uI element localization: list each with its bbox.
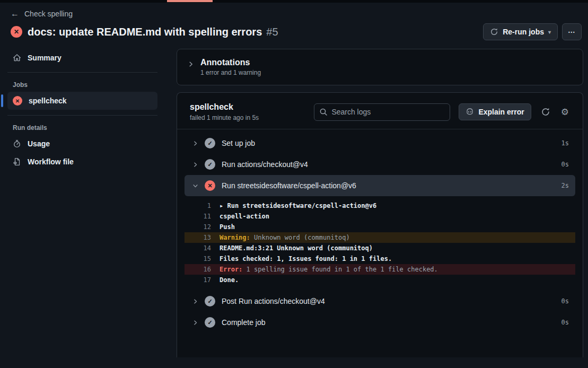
rerun-jobs-button[interactable]: Re-run jobs ▾ — [483, 23, 558, 40]
log-line-text: Push — [220, 223, 235, 231]
job-title: spellcheck — [190, 102, 259, 112]
log-line-text: Warning: Unknown word (communitoq) — [220, 234, 350, 241]
step-label: Post Run actions/checkout@v4 — [222, 297, 325, 305]
log-group-triangle-icon[interactable]: ▸ — [220, 202, 227, 209]
sidebar-item-workflow-file[interactable]: Workflow file — [7, 153, 157, 171]
step-row[interactable]: ✕ Run streetsidesoftware/cspell-action@v… — [185, 175, 575, 196]
step-duration: 0s — [561, 161, 569, 168]
step-status-icon: ✓ — [205, 317, 215, 328]
top-edge — [0, 0, 588, 3]
search-logs-input[interactable] — [314, 103, 450, 121]
sidebar-summary-label: Summary — [28, 54, 62, 62]
sidebar-item-summary[interactable]: Summary — [7, 49, 157, 67]
sidebar-divider — [7, 115, 157, 116]
log-line: 1 ▸ Run streetsidesoftware/cspell-action… — [185, 200, 575, 211]
log-line-text: ▸ Run streetsidesoftware/cspell-action@v… — [220, 202, 376, 209]
back-arrow-icon[interactable]: ← — [11, 10, 19, 18]
steps-list: ✓ Set up job 1s ✓ Run actions/checkout@v… — [177, 129, 583, 349]
log-line: 13 Warning: Unknown word (communitoq) — [185, 232, 575, 243]
home-icon — [13, 54, 21, 62]
sidebar-usage-label: Usage — [28, 139, 50, 148]
stopwatch-icon — [13, 139, 21, 148]
log-line-text: README.md:3:21 Unknown word (communitoq) — [220, 244, 373, 252]
log-line-number[interactable]: 13 — [185, 234, 211, 241]
job-failed-icon: ✕ — [13, 96, 22, 106]
sidebar-job-spellcheck[interactable]: ✕ spellcheck — [7, 92, 157, 110]
caret-down-icon: ▾ — [548, 29, 551, 35]
log-line: 16 Error: 1 spelling issue found in 1 of… — [185, 264, 575, 275]
copilot-icon — [466, 108, 474, 116]
log-line-number[interactable]: 15 — [185, 255, 211, 262]
step-status-icon: ✓ — [205, 159, 215, 170]
step-chevron-icon — [192, 299, 198, 304]
annotations-title: Annotations — [200, 58, 261, 67]
file-code-icon — [13, 157, 21, 166]
step-chevron-icon — [192, 162, 198, 168]
run-number: #5 — [266, 26, 278, 38]
breadcrumb: ← Check spelling — [11, 10, 582, 18]
step-row[interactable]: ✓ Run actions/checkout@v4 0s — [185, 154, 575, 175]
chevron-right-icon — [188, 61, 194, 67]
step-label: Complete job — [222, 318, 266, 327]
log-line-number[interactable]: 12 — [185, 223, 211, 231]
rerun-jobs-label: Re-run jobs — [503, 28, 544, 36]
step-chevron-icon — [192, 183, 198, 189]
log-line-text: cspell-action — [220, 213, 269, 220]
log-line: 14 README.md:3:21 Unknown word (communit… — [185, 243, 575, 253]
explain-error-button[interactable]: Explain error — [459, 103, 531, 120]
log-line-text: Done. — [220, 276, 239, 284]
step-row[interactable]: ✓ Post Run actions/checkout@v4 0s — [185, 291, 575, 312]
kebab-icon: ⋯ — [568, 28, 576, 36]
selected-indicator-bar — [1, 94, 3, 107]
sidebar: Summary Jobs ✕ spellcheck Run details Us… — [0, 46, 167, 171]
job-log-panel: spellcheck failed 1 minute ago in 5s — [177, 92, 583, 357]
step-status-icon: ✕ — [205, 180, 215, 191]
log-warning-label: Warning: — [220, 234, 250, 241]
main-content: Annotations 1 error and 1 warning spellc… — [167, 46, 588, 357]
step-chevron-icon — [192, 320, 198, 326]
log-line-text: Error: 1 spelling issue found in 1 of th… — [220, 266, 438, 273]
gear-icon: ⚙ — [561, 108, 569, 117]
sidebar-jobs-heading: Jobs — [7, 78, 157, 92]
log-line: 11 cspell-action — [185, 211, 575, 222]
sidebar-workflow-file-label: Workflow file — [28, 157, 74, 166]
log-line-number[interactable]: 14 — [185, 244, 211, 252]
step-label: Run streetsidesoftware/cspell-action@v6 — [222, 181, 356, 190]
log-error-label: Error: — [220, 266, 242, 273]
more-options-button[interactable]: ⋯ — [562, 23, 582, 40]
step-row[interactable]: ✓ Complete job 0s — [185, 312, 575, 333]
sidebar-divider — [7, 72, 157, 73]
log-line-number[interactable]: 17 — [185, 276, 211, 284]
log-line: 17 Done. — [185, 275, 575, 285]
sync-icon — [490, 28, 498, 36]
log-block: 1 ▸ Run streetsidesoftware/cspell-action… — [185, 200, 575, 285]
log-line-number[interactable]: 11 — [185, 213, 211, 220]
explain-error-label: Explain error — [478, 108, 524, 116]
search-icon — [319, 108, 328, 116]
log-line: 15 Files checked: 1, Issues found: 1 in … — [185, 253, 575, 264]
run-header: ← Check spelling ✕ docs: update README.m… — [0, 0, 588, 46]
refresh-logs-button[interactable] — [541, 107, 550, 117]
x-glyph: ✕ — [15, 98, 20, 104]
sidebar-item-usage[interactable]: Usage — [7, 135, 157, 153]
step-duration: 2s — [561, 182, 569, 189]
job-subtitle: failed 1 minute ago in 5s — [190, 114, 259, 121]
x-glyph: ✕ — [14, 28, 19, 36]
annotations-subtitle: 1 error and 1 warning — [200, 69, 261, 76]
log-line-number[interactable]: 1 — [185, 202, 211, 209]
step-row[interactable]: ✓ Set up job 1s — [185, 133, 575, 154]
search-logs-box — [314, 103, 450, 121]
step-duration: 1s — [561, 139, 569, 147]
step-label: Run actions/checkout@v4 — [222, 160, 308, 169]
log-line: 12 Push — [185, 222, 575, 232]
run-failed-icon: ✕ — [11, 26, 22, 38]
step-duration: 0s — [561, 297, 569, 305]
sidebar-run-details-heading: Run details — [7, 121, 157, 135]
page-title: docs: update README.md with spelling err… — [28, 26, 262, 38]
step-status-icon: ✓ — [205, 296, 215, 306]
log-line-number[interactable]: 16 — [185, 266, 211, 273]
job-header: spellcheck failed 1 minute ago in 5s — [177, 93, 583, 129]
log-settings-button[interactable]: ⚙ — [561, 108, 569, 117]
annotations-panel[interactable]: Annotations 1 error and 1 warning — [177, 49, 583, 85]
breadcrumb-workflow-link[interactable]: Check spelling — [24, 10, 73, 18]
